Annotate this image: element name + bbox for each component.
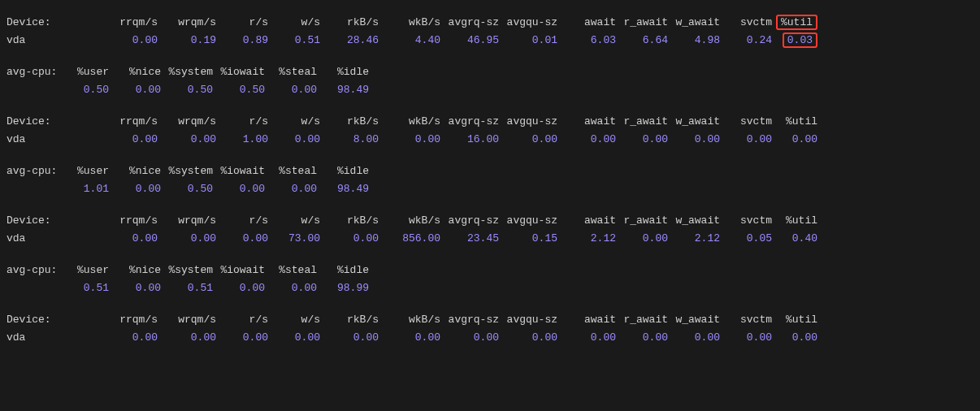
- device-value-cell: 0.00: [616, 132, 668, 148]
- device-value-cell: 0.00: [158, 132, 216, 148]
- device-header-cell: %util: [772, 15, 817, 31]
- device-value-cell: 0.00: [320, 231, 379, 247]
- cpu-value-cell: 0.00: [109, 82, 161, 98]
- device-value-cell: 1.00: [216, 132, 268, 148]
- cpu-header-cell: %iowait: [213, 163, 265, 180]
- cpu-value-row: 1.010.000.500.000.0098.49: [7, 181, 973, 197]
- device-header-cell: await: [557, 15, 616, 31]
- device-header-cell: rrqm/s: [65, 312, 158, 328]
- cpu-value-cell: 0.50: [213, 82, 265, 98]
- device-header-cell: await: [557, 114, 616, 130]
- device-value-cell: 0.05: [720, 231, 772, 247]
- cpu-value-row: 0.500.000.500.500.0098.49: [7, 82, 973, 98]
- device-header-cell: r_await: [616, 114, 668, 130]
- device-header-cell: Device:: [7, 114, 65, 130]
- cpu-header-row: avg-cpu:%user%nice%system%iowait%steal%i…: [7, 64, 973, 80]
- cpu-header-cell: %nice: [109, 163, 161, 180]
- cpu-value-cell: 0.00: [109, 181, 161, 197]
- device-value-cell: 23.45: [440, 231, 499, 247]
- cpu-header-row: avg-cpu:%user%nice%system%iowait%steal%i…: [7, 262, 973, 279]
- cpu-header-row: avg-cpu:%user%nice%system%iowait%steal%i…: [7, 163, 973, 180]
- device-header-row: Device:rrqm/swrqm/sr/sw/srkB/swkB/savgrq…: [7, 15, 973, 31]
- device-value-cell: 0.00: [668, 330, 720, 346]
- device-value-cell: 0.03: [772, 32, 817, 49]
- device-value-cell: 0.00: [268, 132, 320, 148]
- device-header-cell: %util: [772, 213, 817, 229]
- device-value-cell: 0.89: [216, 32, 268, 49]
- device-header-cell: Device:: [7, 213, 65, 229]
- device-value-cell: 0.19: [158, 32, 216, 49]
- device-header-cell: rrqm/s: [65, 114, 158, 130]
- device-header-cell: r_await: [616, 213, 668, 229]
- device-value-cell: 0.00: [616, 330, 668, 346]
- device-value-cell: 0.24: [720, 32, 772, 49]
- cpu-header-cell: avg-cpu:: [7, 262, 65, 279]
- device-header-cell: r_await: [616, 15, 668, 31]
- device-header-cell: r/s: [216, 213, 268, 229]
- cpu-value-cell: 0.51: [161, 280, 213, 296]
- device-header-cell: avgrq-sz: [440, 312, 499, 328]
- cpu-header-cell: %nice: [109, 262, 161, 279]
- device-header-cell: w_await: [668, 213, 720, 229]
- device-value-cell: 0.00: [268, 330, 320, 346]
- device-value-cell: 46.95: [440, 32, 499, 49]
- device-value-cell: 16.00: [440, 132, 499, 148]
- cpu-value-cell: 0.50: [65, 82, 109, 98]
- device-header-cell: wkB/s: [379, 114, 440, 130]
- device-header-cell: wrqm/s: [158, 15, 216, 31]
- device-header-cell: wrqm/s: [158, 312, 216, 328]
- cpu-value-cell: 98.49: [317, 181, 369, 197]
- device-header-cell: w_await: [668, 114, 720, 130]
- device-header-cell: rkB/s: [320, 312, 379, 328]
- device-value-cell: 0.00: [158, 231, 216, 247]
- device-header-cell: svctm: [720, 213, 772, 229]
- device-value-cell: 73.00: [268, 231, 320, 247]
- device-header-cell: avgqu-sz: [499, 213, 557, 229]
- device-name: vda: [7, 231, 65, 247]
- device-value-cell: 6.64: [616, 32, 668, 49]
- device-header-cell: avgqu-sz: [499, 15, 557, 31]
- cpu-value-cell: 0.50: [161, 82, 213, 98]
- device-header-cell: %util: [772, 114, 817, 130]
- device-header-cell: avgqu-sz: [499, 312, 557, 328]
- device-header-row: Device:rrqm/swrqm/sr/sw/srkB/swkB/savgrq…: [7, 213, 973, 229]
- device-value-cell: 0.15: [499, 231, 557, 247]
- device-value-cell: 0.51: [268, 32, 320, 49]
- device-value-cell: 4.40: [379, 32, 440, 49]
- device-value-cell: 0.00: [557, 330, 616, 346]
- cpu-value-cell: 0.00: [265, 280, 317, 296]
- cpu-value-cell: 0.50: [161, 181, 213, 197]
- device-header-cell: avgqu-sz: [499, 114, 557, 130]
- device-value-cell: 0.00: [668, 132, 720, 148]
- device-header-row: Device:rrqm/swrqm/sr/sw/srkB/swkB/savgrq…: [7, 114, 973, 130]
- cpu-header-cell: %nice: [109, 64, 161, 80]
- device-value-cell: 0.00: [379, 330, 440, 346]
- device-header-cell: await: [557, 312, 616, 328]
- device-name: vda: [7, 32, 65, 49]
- device-header-cell: wkB/s: [379, 15, 440, 31]
- cpu-header-cell: %system: [161, 64, 213, 80]
- device-value-cell: 28.46: [320, 32, 379, 49]
- device-value-cell: 0.40: [772, 231, 817, 247]
- cpu-header-cell: %user: [65, 163, 109, 180]
- cpu-value-cell: 0.51: [65, 280, 109, 296]
- terminal-output: Device:rrqm/swrqm/sr/sw/srkB/swkB/savgrq…: [7, 15, 973, 345]
- cpu-header-cell: %iowait: [213, 262, 265, 279]
- cpu-value-cell: 0.00: [265, 181, 317, 197]
- cpu-header-cell: %steal: [265, 262, 317, 279]
- cpu-header-cell: avg-cpu:: [7, 163, 65, 180]
- device-header-cell: wrqm/s: [158, 114, 216, 130]
- device-value-cell: 0.00: [616, 231, 668, 247]
- device-header-cell: rkB/s: [320, 15, 379, 31]
- cpu-header-cell: %iowait: [213, 64, 265, 80]
- device-header-cell: r/s: [216, 114, 268, 130]
- device-header-cell: wkB/s: [379, 312, 440, 328]
- device-header-cell: rrqm/s: [65, 213, 158, 229]
- cpu-value-cell: 98.49: [317, 82, 369, 98]
- device-header-cell: r_await: [616, 312, 668, 328]
- device-value-cell: 0.01: [499, 32, 557, 49]
- device-value-cell: 0.00: [379, 132, 440, 148]
- device-header-cell: avgrq-sz: [440, 213, 499, 229]
- device-value-cell: 0.00: [65, 231, 158, 247]
- device-header-cell: avgrq-sz: [440, 15, 499, 31]
